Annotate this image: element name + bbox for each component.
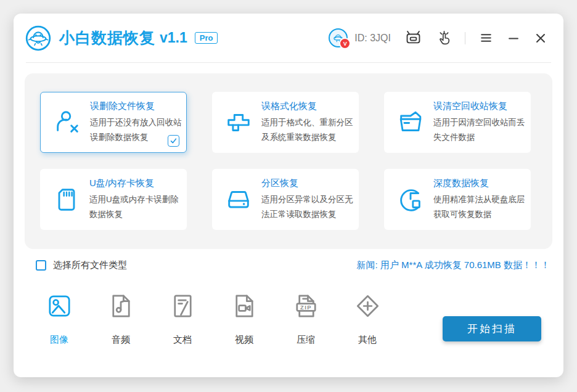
- touch-click-icon[interactable]: [436, 30, 452, 46]
- filetype-archive[interactable]: ZIP 压缩: [291, 292, 321, 346]
- user-avatar[interactable]: V: [329, 28, 348, 47]
- vip-badge: V: [339, 38, 351, 49]
- filetype-label: 压缩: [297, 334, 315, 346]
- filetype-label: 音频: [112, 334, 130, 346]
- app-logo-mascot-icon: [25, 25, 52, 52]
- options-row: 选择所有文件类型 新闻: 用户 M**A 成功恢复 70.61MB 数据！！！: [36, 259, 550, 271]
- robot-assistant-icon[interactable]: [404, 29, 422, 47]
- card-title: 误清空回收站恢复: [433, 100, 527, 112]
- app-version: v1.1: [160, 30, 187, 46]
- filetype-image[interactable]: 图像: [44, 292, 74, 346]
- card-title: 误删除文件恢复: [90, 100, 184, 112]
- minimize-icon[interactable]: [507, 31, 520, 45]
- filetype-document[interactable]: 文档: [168, 292, 197, 346]
- card-title: U盘/内存卡恢复: [89, 178, 183, 189]
- titlebar-divider: [465, 32, 465, 44]
- audio-file-icon: [107, 292, 136, 321]
- card-partition-recovery[interactable]: 分区恢复 适用分区异常以及分区无法正常读取数据恢复: [212, 169, 359, 230]
- filetype-label: 文档: [173, 334, 192, 346]
- recovery-modes-panel: 误删除文件恢复 适用于还没有放入回收站误删除数据恢复 误格式化恢复 适用于格式化…: [25, 73, 552, 249]
- pro-badge: Pro: [195, 32, 218, 44]
- card-checkbox-checked[interactable]: [168, 135, 179, 147]
- sd-card-icon: [52, 186, 81, 214]
- filetype-audio[interactable]: 音频: [106, 292, 136, 346]
- title-bar: 小白数据恢复 v1.1 Pro V ID: 3JQI: [14, 14, 563, 62]
- close-icon[interactable]: [534, 31, 547, 45]
- card-description: 使用精准算法从硬盘底层获取可恢复数据: [433, 192, 527, 221]
- select-all-label: 选择所有文件类型: [53, 259, 127, 271]
- app-title: 小白数据恢复: [59, 28, 155, 48]
- recycle-bin-icon: [396, 108, 425, 137]
- user-id-label: ID: 3JQI: [354, 33, 391, 44]
- filetype-other[interactable]: 其他: [353, 292, 382, 346]
- card-deep-recovery[interactable]: 深度数据恢复 使用精准算法从硬盘底层获取可恢复数据: [384, 169, 531, 230]
- select-all-checkbox[interactable]: [36, 260, 46, 271]
- card-description: 适用分区异常以及分区无法正常读取数据恢复: [261, 192, 355, 221]
- deep-scan-icon: [396, 186, 425, 214]
- card-format-recovery[interactable]: 误格式化恢复 适用于格式化、重新分区及系统重装数据恢复: [212, 92, 359, 153]
- menu-hamburger-icon[interactable]: [479, 31, 493, 45]
- video-file-icon: [230, 292, 259, 321]
- filetype-label: 图像: [50, 334, 68, 346]
- hard-drive-icon: [224, 186, 253, 214]
- card-title: 误格式化恢复: [261, 100, 355, 112]
- card-recycle-bin-recovery[interactable]: 误清空回收站恢复 适用于因清空回收站而丢失文件数据: [384, 92, 531, 153]
- format-brush-icon: [224, 108, 253, 137]
- card-title: 深度数据恢复: [433, 178, 527, 189]
- titlebar-separator: [26, 62, 551, 63]
- card-usb-sdcard-recovery[interactable]: U盘/内存卡恢复 适用U盘或内存卡误删除数据恢复: [40, 169, 187, 230]
- image-file-icon: [45, 292, 74, 321]
- card-title: 分区恢复: [261, 178, 355, 189]
- card-description: 适用于格式化、重新分区及系统重装数据恢复: [261, 115, 355, 144]
- zip-file-icon: ZIP: [292, 292, 321, 321]
- app-window: 小白数据恢复 v1.1 Pro V ID: 3JQI: [14, 14, 563, 377]
- card-description: 适用于因清空回收站而丢失文件数据: [433, 115, 527, 144]
- filetype-label: 视频: [235, 334, 253, 346]
- start-scan-button[interactable]: 开始扫描: [443, 316, 541, 341]
- card-description: 适用U盘或内存卡误删除数据恢复: [89, 192, 183, 221]
- document-file-icon: [168, 292, 197, 321]
- card-deleted-file-recovery[interactable]: 误删除文件恢复 适用于还没有放入回收站误删除数据恢复: [40, 92, 187, 153]
- user-delete-icon: [53, 108, 81, 137]
- svg-text:ZIP: ZIP: [300, 304, 312, 311]
- filetype-label: 其他: [358, 334, 377, 346]
- other-file-icon: [353, 292, 382, 321]
- filetype-video[interactable]: 视频: [229, 292, 259, 346]
- news-ticker: 新闻: 用户 M**A 成功恢复 70.61MB 数据！！！: [357, 259, 550, 271]
